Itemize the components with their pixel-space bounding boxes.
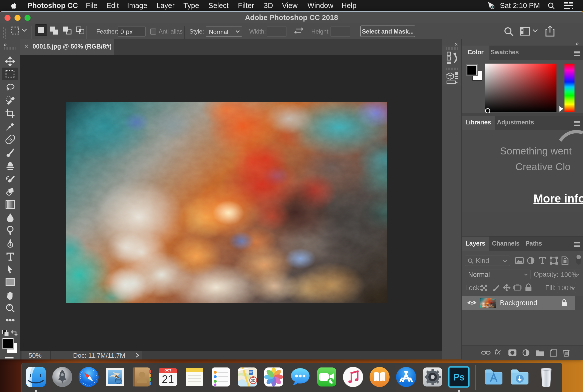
svg-text:OCT: OCT — [164, 368, 171, 372]
svg-text:21: 21 — [162, 373, 174, 385]
svg-text:Ps: Ps — [453, 372, 465, 382]
svg-text:280: 280 — [249, 371, 253, 374]
svg-text:3D: 3D — [251, 378, 255, 382]
